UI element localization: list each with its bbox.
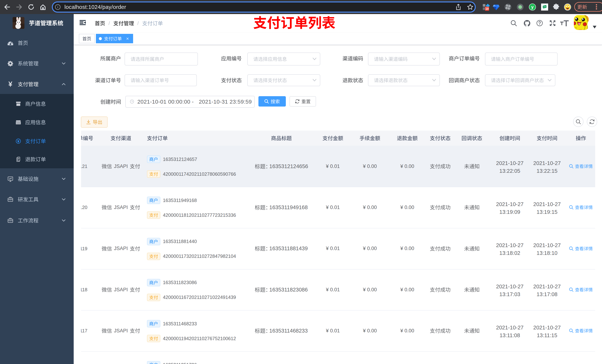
svg-text:10: 10 [485, 7, 489, 10]
svg-text:y: y [531, 4, 534, 10]
